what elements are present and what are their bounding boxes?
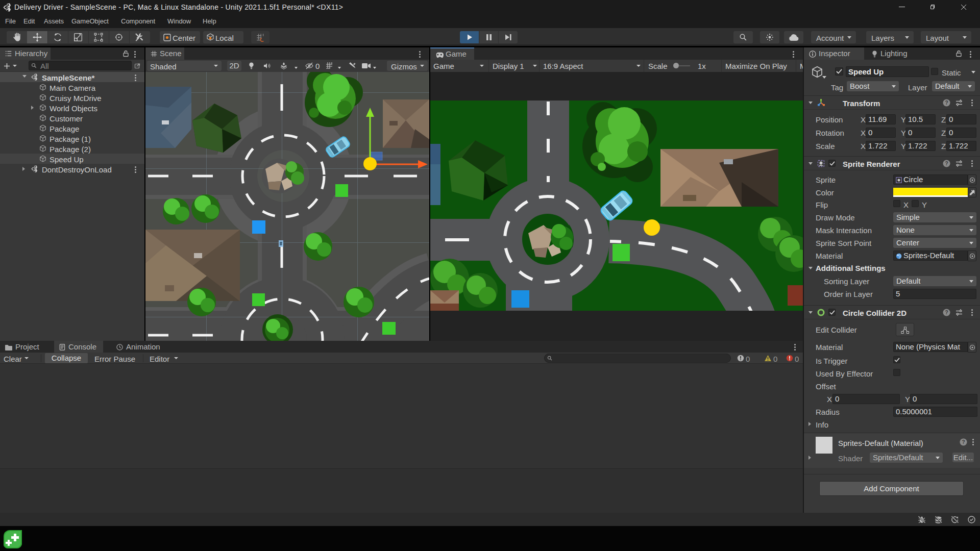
svg-text:?: ? [945, 161, 948, 166]
svg-text:?: ? [962, 439, 965, 445]
svg-text:?: ? [945, 310, 948, 315]
svg-text:?: ? [945, 100, 948, 106]
